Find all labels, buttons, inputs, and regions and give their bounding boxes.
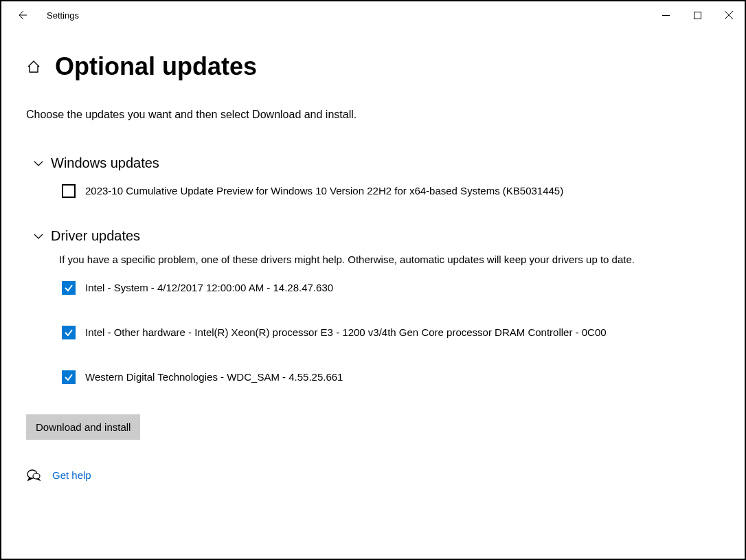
page-instruction: Choose the updates you want and then sel…	[26, 109, 720, 121]
titlebar: Settings	[1, 1, 745, 29]
section-title-windows: Windows updates	[51, 155, 159, 171]
content-area: Optional updates Choose the updates you …	[1, 29, 745, 482]
svg-rect-2	[694, 12, 701, 19]
minimize-button[interactable]	[650, 4, 681, 26]
checkbox-windows-0[interactable]	[62, 184, 76, 198]
update-label: Western Digital Technologies - WDC_SAM -…	[85, 370, 343, 384]
home-icon	[26, 59, 41, 74]
section-header-drivers[interactable]: Driver updates	[33, 228, 720, 244]
checkmark-icon	[64, 283, 74, 293]
update-item: Western Digital Technologies - WDC_SAM -…	[62, 370, 720, 384]
chevron-down-icon	[33, 231, 44, 242]
update-label: Intel - System - 4/12/2017 12:00:00 AM -…	[85, 280, 333, 295]
page-header: Optional updates	[26, 52, 720, 81]
checkbox-driver-2[interactable]	[62, 370, 76, 384]
checkmark-icon	[64, 328, 74, 337]
window-title: Settings	[47, 10, 79, 21]
update-item: 2023-10 Cumulative Update Preview for Wi…	[62, 183, 720, 198]
update-item: Intel - Other hardware - Intel(R) Xeon(R…	[62, 325, 720, 339]
home-button[interactable]	[26, 59, 41, 74]
minimize-icon	[662, 12, 670, 19]
chevron-down-icon	[33, 158, 44, 169]
help-icon	[26, 467, 41, 482]
get-help-link[interactable]: Get help	[52, 469, 91, 481]
checkmark-icon	[64, 372, 74, 382]
back-button[interactable]	[10, 3, 34, 27]
update-label: Intel - Other hardware - Intel(R) Xeon(R…	[85, 325, 607, 339]
update-label: 2023-10 Cumulative Update Preview for Wi…	[85, 183, 563, 198]
section-header-windows[interactable]: Windows updates	[33, 155, 720, 171]
close-icon	[725, 11, 733, 19]
section-windows-updates: Windows updates 2023-10 Cumulative Updat…	[26, 155, 720, 198]
update-item: Intel - System - 4/12/2017 12:00:00 AM -…	[62, 280, 720, 295]
checkbox-driver-0[interactable]	[62, 281, 76, 295]
maximize-button[interactable]	[681, 4, 713, 26]
get-help-row: Get help	[26, 467, 720, 482]
section-title-drivers: Driver updates	[51, 228, 140, 244]
page-title: Optional updates	[55, 52, 257, 81]
checkbox-driver-1[interactable]	[62, 326, 76, 339]
download-and-install-button[interactable]: Download and install	[26, 414, 140, 440]
maximize-icon	[694, 12, 701, 19]
section-description-drivers: If you have a specific problem, one of t…	[59, 252, 699, 267]
section-driver-updates: Driver updates If you have a specific pr…	[26, 228, 720, 384]
close-button[interactable]	[713, 4, 745, 26]
arrow-left-icon	[16, 10, 27, 21]
window-controls	[650, 4, 745, 26]
